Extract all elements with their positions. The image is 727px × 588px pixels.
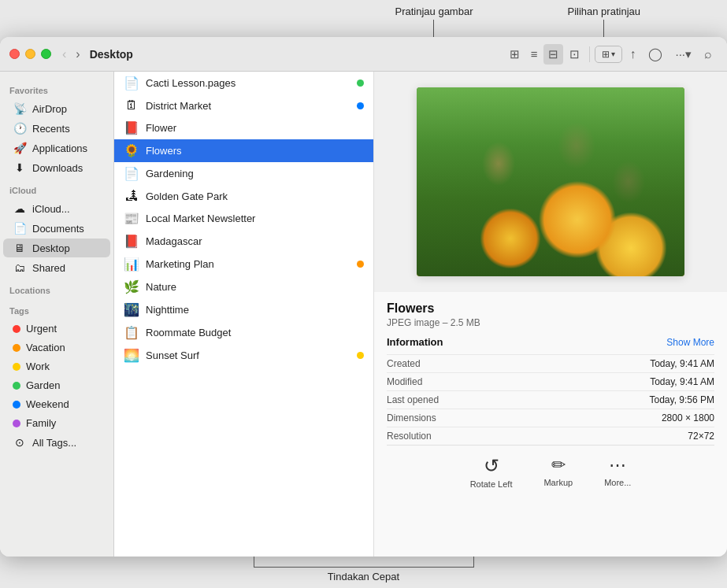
sidebar-section-icloud: iCloud ☁ iCloud... 📄 Documents 🖥 Desktop… [0, 178, 113, 277]
rotate-label: Rotate Left [470, 479, 513, 489]
back-button[interactable]: ‹ [59, 46, 69, 63]
file-item-roommate[interactable]: 📋 Roommate Budget [114, 321, 373, 344]
sidebar: Favorites 📡 AirDrop 🕐 Recents 🚀 Applicat… [0, 72, 114, 557]
sidebar-item-downloads[interactable]: ⬇ Downloads [3, 158, 110, 177]
file-item-cacti[interactable]: 📄 Cacti Lesson.pages [114, 72, 373, 94]
file-item-flower[interactable]: 📕 Flower [114, 116, 373, 139]
sidebar-section-tags: Tags Urgent Vacation Work Garden [0, 298, 113, 452]
markup-button[interactable]: ✏ Markup [543, 455, 573, 489]
desktop-icon: 🖥 [13, 242, 27, 254]
info-row-dimensions: Dimensions 2800 × 1800 [387, 409, 714, 427]
flower-name: Flower [146, 122, 364, 134]
show-more-button[interactable]: Show More [666, 337, 714, 348]
nature-icon: 🌿 [124, 279, 139, 294]
toolbar-divider [589, 46, 590, 62]
preview-info: Flowers JPEG image – 2.5 MB Information … [374, 292, 727, 557]
locations-label: Locations [0, 278, 113, 298]
file-item-sunset[interactable]: 🌅 Sunset Surf [114, 344, 373, 367]
urgent-dot [13, 325, 20, 333]
info-row-created: Created Today, 9:41 AM [387, 354, 714, 372]
sidebar-item-work[interactable]: Work [3, 357, 110, 375]
local-name: Local Market Newsletter [146, 213, 364, 224]
sunset-icon: 🌅 [124, 348, 139, 363]
shared-icon: 🗂 [13, 261, 27, 274]
sidebar-item-family[interactable]: Family [3, 414, 110, 432]
view-columns-button[interactable]: ⊟ [543, 44, 563, 65]
close-button[interactable] [9, 49, 20, 59]
created-key: Created [387, 358, 421, 369]
nav-buttons: ‹ › [59, 46, 83, 63]
sidebar-item-weekend[interactable]: Weekend [3, 395, 110, 413]
search-button[interactable]: ⌕ [699, 44, 718, 65]
current-path: Desktop [90, 48, 505, 61]
markup-label: Markup [543, 478, 573, 487]
airdrop-label: AirDrop [32, 103, 67, 115]
file-item-golden[interactable]: 🏞 Golden Gate Park [114, 185, 373, 207]
view-list-button[interactable]: ≡ [526, 44, 543, 64]
sidebar-item-icloud[interactable]: ☁ iCloud... [3, 199, 110, 218]
marketing-icon: 📊 [124, 257, 139, 272]
traffic-lights [9, 49, 51, 59]
preview-dropdown-icon: ▾ [611, 50, 615, 58]
downloads-label: Downloads [32, 162, 83, 174]
maximize-button[interactable] [41, 49, 51, 59]
nighttime-icon: 🌃 [124, 302, 139, 317]
urgent-label: Urgent [26, 323, 57, 335]
annotation-quick-actions: Tindakan Cepat [254, 557, 474, 582]
resolution-val: 72×72 [688, 431, 714, 442]
sidebar-item-applications[interactable]: 🚀 Applications [3, 139, 110, 157]
weekend-label: Weekend [26, 398, 69, 410]
roommate-name: Roommate Budget [146, 327, 364, 338]
lastopened-val: Today, 9:56 PM [650, 394, 715, 405]
sidebar-item-all-tags[interactable]: ⊙ All Tags... [3, 433, 110, 452]
rotate-left-button[interactable]: ↺ Rotate Left [470, 455, 513, 489]
file-item-nature[interactable]: 🌿 Nature [114, 276, 373, 298]
more-label: More... [604, 478, 631, 487]
file-item-madagascar[interactable]: 📕 Madagascar [114, 230, 373, 253]
work-label: Work [26, 361, 50, 372]
view-gallery-button[interactable]: ⊡ [565, 44, 584, 65]
recents-label: Recents [32, 123, 70, 135]
preview-toggle-button[interactable]: ⊞ ▾ [595, 46, 622, 63]
minimize-button[interactable] [25, 49, 35, 59]
created-val: Today, 9:41 AM [650, 358, 714, 369]
sidebar-item-recents[interactable]: 🕐 Recents [3, 119, 110, 138]
sidebar-item-airdrop[interactable]: 📡 AirDrop [3, 99, 110, 118]
madagascar-name: Madagascar [146, 235, 364, 247]
golden-name: Golden Gate Park [146, 190, 364, 202]
share-button[interactable]: ↑ [624, 44, 641, 65]
preview-filename: Flowers [387, 301, 714, 316]
vacation-label: Vacation [26, 342, 65, 353]
favorites-label: Favorites [0, 78, 113, 98]
forward-button[interactable]: › [72, 46, 83, 63]
sidebar-item-shared[interactable]: 🗂 Shared [3, 258, 110, 277]
flowers-name: Flowers [146, 145, 364, 157]
garden-dot [13, 382, 20, 390]
more-button[interactable]: ···▾ [670, 44, 697, 65]
file-item-flowers[interactable]: 🌻 Flowers [114, 139, 373, 162]
gardening-icon: 📄 [124, 166, 139, 181]
preview-icon: ⊞ [602, 49, 610, 60]
more-actions-button[interactable]: ⋯ More... [604, 455, 631, 489]
preview-filetype: JPEG image – 2.5 MB [387, 317, 714, 328]
view-icon-button[interactable]: ⊞ [505, 44, 525, 65]
cacti-badge [357, 80, 364, 87]
file-item-gardening[interactable]: 📄 Gardening [114, 162, 373, 185]
sidebar-item-documents[interactable]: 📄 Documents [3, 219, 110, 238]
work-dot [13, 363, 20, 371]
sidebar-item-urgent[interactable]: Urgent [3, 320, 110, 338]
sidebar-item-vacation[interactable]: Vacation [3, 338, 110, 357]
more-icon: ⋯ [609, 455, 626, 475]
annotation-preview-options: Pilihan pratinjau [567, 6, 640, 37]
documents-icon: 📄 [13, 222, 27, 235]
recents-icon: 🕐 [13, 122, 27, 135]
sidebar-item-desktop[interactable]: 🖥 Desktop [3, 239, 110, 257]
tag-button[interactable]: ◯ [643, 43, 668, 65]
finder-window: ‹ › Desktop ⊞ ≡ ⊟ ⊡ ⊞ ▾ ↑ ◯ ···▾ ⌕ Favor… [0, 37, 727, 557]
sidebar-item-garden[interactable]: Garden [3, 376, 110, 394]
preview-actions: ↺ Rotate Left ✏ Markup ⋯ More... [387, 445, 714, 497]
file-item-marketing[interactable]: 📊 Marketing Plan [114, 253, 373, 276]
file-item-nighttime[interactable]: 🌃 Nighttime [114, 298, 373, 321]
file-item-local[interactable]: 📰 Local Market Newsletter [114, 207, 373, 230]
file-item-district[interactable]: 🗓 District Market [114, 94, 373, 116]
